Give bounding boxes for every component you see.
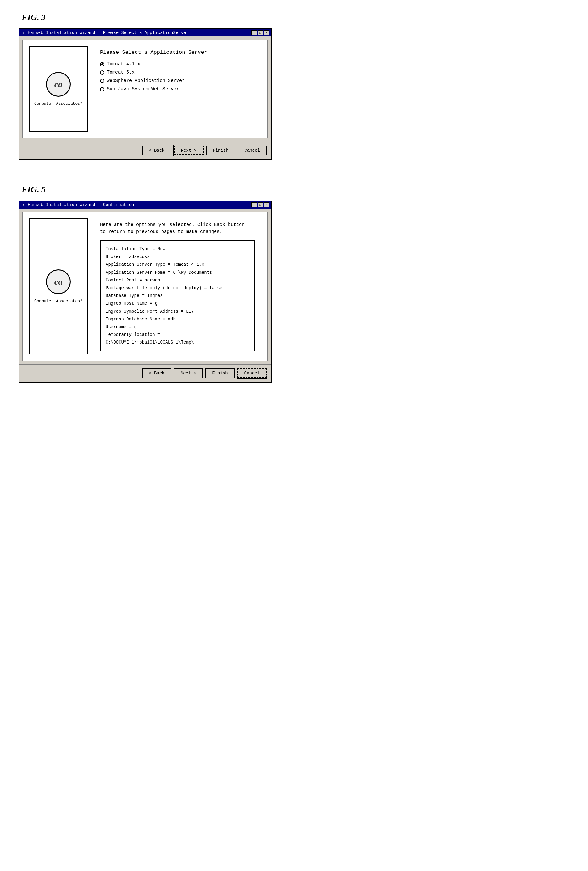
fig5-conf-line-0: Installation Type = New — [106, 245, 249, 253]
fig5-conf-line-11: Temporarty location = C:\DOCUME~1\mobal0… — [106, 331, 249, 346]
fig3-radio-websphere-indicator — [100, 79, 104, 83]
fig3-logo-caption: Computer Associates* — [34, 101, 82, 106]
fig5-label: FIG. 5 — [22, 184, 570, 195]
fig3-content-area: ca Computer Associates* Please Select a … — [22, 40, 268, 138]
fig5-window: ⊕ Harweb Installation Wizard – Confirmat… — [18, 201, 272, 383]
fig5-minimize-button[interactable]: _ — [251, 202, 257, 207]
fig5-button-row: < Back Next > Finish Cancel — [19, 364, 271, 382]
fig5-back-button[interactable]: < Back — [142, 368, 171, 378]
fig3-radio-sunjava-label: Sun Java System Web Server — [107, 87, 179, 92]
fig3-radio-tomcat41-label: Tomcat 4.1.x — [107, 61, 140, 67]
fig3-close-button[interactable]: ✕ — [264, 30, 269, 35]
fig5-title-buttons: _ □ ✕ — [251, 202, 269, 207]
fig5-confirmation-panel: Here are the options you selected. Click… — [94, 218, 261, 355]
fig3-panel-title: Please Select a Application Server — [100, 49, 255, 55]
fig5-close-button[interactable]: ✕ — [264, 202, 269, 207]
fig3-cancel-button[interactable]: Cancel — [238, 145, 267, 156]
fig5-intro-line2: to return to previous pages to make chan… — [100, 229, 222, 235]
fig5-cancel-button[interactable]: Cancel — [237, 368, 267, 378]
fig3-minimize-button[interactable]: _ — [251, 30, 257, 35]
fig5-logo-circle: ca — [46, 269, 71, 294]
fig3-radio-tomcat5-indicator — [100, 70, 104, 75]
fig3-title-bar: ⊕ Harweb Installation Wizard – Please Se… — [19, 29, 271, 36]
fig5-conf-line-5: Package war file only (do not deploy) = … — [106, 284, 249, 292]
fig5-intro-text: Here are the options you selected. Click… — [100, 221, 255, 235]
fig5-finish-button[interactable]: Finish — [205, 368, 234, 378]
fig3-title-icon: ⊕ — [21, 30, 26, 35]
fig3-back-button[interactable]: < Back — [142, 145, 171, 156]
fig5-title-icon: ⊕ — [21, 202, 26, 207]
fig3-label: FIG. 3 — [22, 12, 570, 22]
fig5-conf-line-4: Context Root = harweb — [106, 277, 249, 284]
fig5-conf-line-10: Username = g — [106, 323, 249, 331]
fig5-conf-line-2: Application Server Type = Tomcat 4.1.x — [106, 261, 249, 268]
fig3-radio-sunjava-indicator — [100, 87, 104, 91]
fig5-logo-caption: Computer Associates* — [34, 299, 82, 304]
fig5-conf-line-9: Ingress Database Name = mdb — [106, 316, 249, 323]
fig5-next-button[interactable]: Next > — [174, 368, 203, 378]
fig5-content-area: ca Computer Associates* Here are the opt… — [22, 212, 268, 361]
fig5-title-bar: ⊕ Harweb Installation Wizard – Confirmat… — [19, 201, 271, 208]
fig3-next-button[interactable]: Next > — [174, 145, 203, 156]
fig3-radio-websphere[interactable]: WebSphere Application Server — [100, 78, 255, 84]
fig3-radio-tomcat41-indicator — [100, 62, 104, 66]
fig5-conf-line-1: Broker = zdsvcdsz — [106, 253, 249, 261]
fig3-main-panel: Please Select a Application Server Tomca… — [94, 46, 261, 132]
fig3-button-row: < Back Next > Finish Cancel — [19, 142, 271, 159]
fig3-logo-panel: ca Computer Associates* — [29, 46, 88, 132]
fig5-confirmation-box: Installation Type = New Broker = zdsvcds… — [100, 240, 255, 351]
fig3-radio-tomcat5-label: Tomcat 5.x — [107, 70, 135, 75]
fig3-maximize-button[interactable]: □ — [258, 30, 263, 35]
fig3-window: ⊕ Harweb Installation Wizard – Please Se… — [18, 28, 272, 160]
fig5-logo-panel: ca Computer Associates* — [29, 218, 88, 355]
fig3-radio-tomcat41[interactable]: Tomcat 4.1.x — [100, 61, 255, 67]
fig5-conf-line-8: Ingres Symbolic Port Address = EI7 — [106, 308, 249, 316]
fig3-radio-group: Tomcat 4.1.x Tomcat 5.x WebSphere Applic… — [100, 61, 255, 92]
fig5-conf-line-6: Database Type = Ingres — [106, 292, 249, 300]
fig3-radio-sunjava[interactable]: Sun Java System Web Server — [100, 87, 255, 92]
fig5-conf-line-3: Application Server Home = C:\My Document… — [106, 269, 249, 277]
fig5-maximize-button[interactable]: □ — [258, 202, 263, 207]
fig5-intro-line1: Here are the options you selected. Click… — [100, 222, 245, 227]
fig5-conf-line-7: Ingres Host Name = g — [106, 300, 249, 307]
fig3-logo-circle: ca — [46, 72, 71, 97]
fig3-title-text: Harweb Installation Wizard – Please Sele… — [28, 30, 189, 35]
fig3-finish-button[interactable]: Finish — [206, 145, 235, 156]
fig3-radio-websphere-label: WebSphere Application Server — [107, 78, 185, 84]
fig5-title-text: Harweb Installation Wizard – Confirmatio… — [28, 202, 134, 207]
fig3-radio-tomcat5[interactable]: Tomcat 5.x — [100, 70, 255, 75]
fig3-title-buttons: _ □ ✕ — [251, 30, 269, 35]
